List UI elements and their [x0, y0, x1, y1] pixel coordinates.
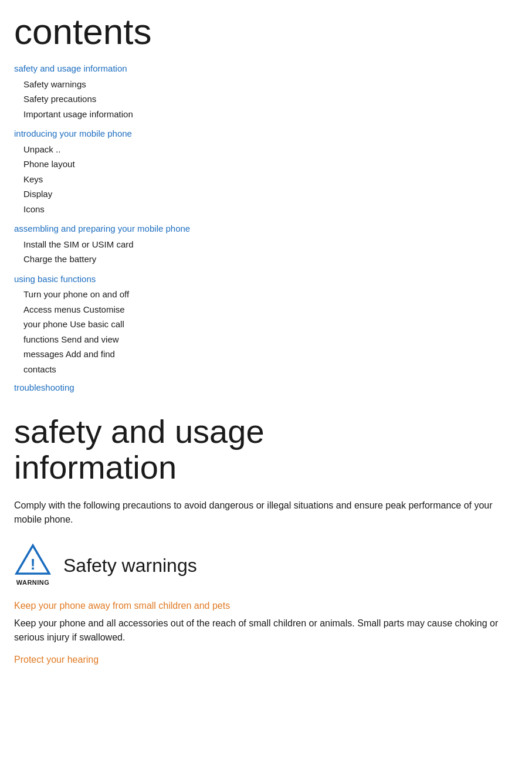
- toc-category-assembling[interactable]: assembling and preparing your mobile pho…: [14, 222, 518, 236]
- toc-category-basic-functions[interactable]: using basic functions: [14, 273, 518, 286]
- toc-item-important-usage: Important usage information: [14, 107, 518, 122]
- toc-item-troubleshooting[interactable]: troubleshooting: [14, 381, 518, 395]
- toc-item-turn-on-off: Turn your phone on and off: [14, 287, 518, 302]
- warning-box: ! WARNING Safety warnings: [14, 543, 518, 588]
- subsection-heading-children: Keep your phone away from small children…: [14, 599, 518, 613]
- subsection-heading-hearing: Protect your hearing: [14, 653, 518, 667]
- toc-item-icons: Icons: [14, 202, 518, 217]
- svg-text:!: !: [31, 555, 36, 573]
- toc-category-introducing[interactable]: introducing your mobile phone: [14, 127, 518, 141]
- subsection-body-children: Keep your phone and all accessories out …: [14, 616, 518, 645]
- section-heading-line2: information: [14, 449, 177, 486]
- toc-item-display: Display: [14, 187, 518, 202]
- toc-item-safety-warnings: Safety warnings: [14, 77, 518, 92]
- toc-category-safety[interactable]: safety and usage information: [14, 62, 518, 76]
- toc-item-sim: Install the SIM or USIM card: [14, 237, 518, 252]
- warning-triangle-svg: !: [14, 543, 52, 576]
- toc-item-safety-precautions: Safety precautions: [14, 91, 518, 107]
- warning-icon: ! WARNING: [14, 543, 52, 588]
- warning-label: WARNING: [16, 578, 50, 588]
- section-heading: safety and usage information: [14, 413, 518, 486]
- section-heading-line1: safety and usage: [14, 413, 265, 450]
- toc-item-keys: Keys: [14, 172, 518, 187]
- toc-item-unpack: Unpack ..: [14, 142, 518, 157]
- warning-title: Safety warnings: [63, 551, 197, 579]
- page-title: contents: [14, 12, 518, 52]
- toc-item-battery: Charge the battery: [14, 252, 518, 267]
- toc-item-basic-functions-detail: Access menus Customiseyour phone Use bas…: [14, 302, 518, 377]
- section-intro: Comply with the following precautions to…: [14, 499, 518, 527]
- toc-section: safety and usage information Safety warn…: [14, 62, 518, 395]
- toc-item-phone-layout: Phone layout: [14, 157, 518, 172]
